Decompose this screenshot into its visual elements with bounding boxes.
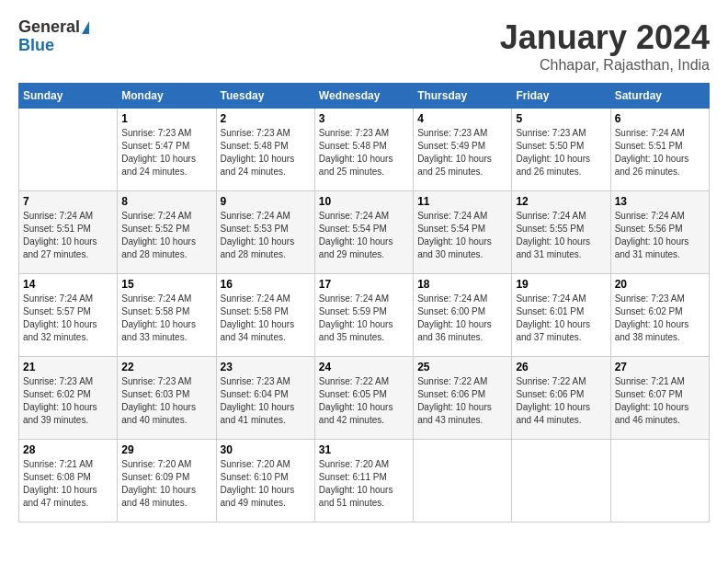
calendar-cell: 8Sunrise: 7:24 AM Sunset: 5:52 PM Daylig… bbox=[118, 191, 216, 274]
day-number: 24 bbox=[319, 361, 409, 373]
day-info: Sunrise: 7:24 AM Sunset: 5:57 PM Dayligh… bbox=[23, 293, 113, 344]
day-info: Sunrise: 7:24 AM Sunset: 5:51 PM Dayligh… bbox=[615, 127, 705, 178]
day-number: 11 bbox=[417, 195, 507, 208]
calendar-cell: 7Sunrise: 7:24 AM Sunset: 5:51 PM Daylig… bbox=[19, 191, 118, 274]
day-number: 18 bbox=[417, 278, 507, 291]
day-info: Sunrise: 7:21 AM Sunset: 6:07 PM Dayligh… bbox=[615, 375, 705, 427]
day-number: 31 bbox=[319, 443, 409, 456]
day-number: 27 bbox=[615, 361, 705, 373]
col-header-wednesday: Wednesday bbox=[314, 84, 413, 109]
day-number: 2 bbox=[221, 112, 311, 125]
calendar-cell: 3Sunrise: 7:23 AM Sunset: 5:48 PM Daylig… bbox=[314, 109, 413, 191]
calendar-cell: 1Sunrise: 7:23 AM Sunset: 5:47 PM Daylig… bbox=[118, 109, 216, 191]
calendar-cell: 18Sunrise: 7:24 AM Sunset: 6:00 PM Dayli… bbox=[414, 274, 512, 357]
calendar-cell: 5Sunrise: 7:23 AM Sunset: 5:50 PM Daylig… bbox=[512, 109, 610, 191]
day-info: Sunrise: 7:20 AM Sunset: 6:10 PM Dayligh… bbox=[221, 458, 311, 510]
calendar-cell: 15Sunrise: 7:24 AM Sunset: 5:58 PM Dayli… bbox=[118, 274, 216, 357]
day-number: 20 bbox=[615, 278, 705, 291]
day-number: 7 bbox=[23, 195, 113, 208]
day-number: 10 bbox=[319, 195, 409, 208]
calendar-cell: 9Sunrise: 7:24 AM Sunset: 5:53 PM Daylig… bbox=[216, 191, 314, 274]
location-subtitle: Chhapar, Rajasthan, India bbox=[500, 57, 710, 74]
calendar-cell: 19Sunrise: 7:24 AM Sunset: 6:01 PM Dayli… bbox=[512, 274, 610, 357]
month-title: January 2024 bbox=[500, 18, 710, 57]
day-info: Sunrise: 7:24 AM Sunset: 5:53 PM Dayligh… bbox=[221, 210, 311, 261]
day-info: Sunrise: 7:23 AM Sunset: 5:47 PM Dayligh… bbox=[121, 127, 211, 178]
day-number: 6 bbox=[615, 112, 705, 125]
day-info: Sunrise: 7:22 AM Sunset: 6:05 PM Dayligh… bbox=[319, 375, 409, 427]
calendar-cell: 28Sunrise: 7:21 AM Sunset: 6:08 PM Dayli… bbox=[19, 440, 118, 523]
logo-blue: Blue bbox=[18, 37, 89, 55]
day-info: Sunrise: 7:24 AM Sunset: 5:54 PM Dayligh… bbox=[417, 210, 507, 261]
day-info: Sunrise: 7:24 AM Sunset: 5:51 PM Dayligh… bbox=[23, 210, 113, 261]
day-info: Sunrise: 7:24 AM Sunset: 5:52 PM Dayligh… bbox=[121, 210, 211, 261]
logo-icon bbox=[82, 21, 89, 34]
day-number: 22 bbox=[121, 361, 211, 373]
day-info: Sunrise: 7:23 AM Sunset: 5:49 PM Dayligh… bbox=[417, 127, 507, 178]
day-number: 17 bbox=[319, 278, 409, 291]
day-info: Sunrise: 7:24 AM Sunset: 5:59 PM Dayligh… bbox=[319, 293, 409, 344]
title-area: January 2024 Chhapar, Rajasthan, India bbox=[500, 18, 710, 74]
calendar-cell: 23Sunrise: 7:23 AM Sunset: 6:04 PM Dayli… bbox=[216, 357, 314, 440]
calendar-cell: 2Sunrise: 7:23 AM Sunset: 5:48 PM Daylig… bbox=[216, 109, 314, 191]
day-number: 30 bbox=[221, 443, 311, 456]
calendar-cell: 30Sunrise: 7:20 AM Sunset: 6:10 PM Dayli… bbox=[216, 440, 314, 523]
day-info: Sunrise: 7:24 AM Sunset: 5:55 PM Dayligh… bbox=[516, 210, 606, 261]
calendar-cell bbox=[610, 440, 709, 523]
day-number: 5 bbox=[516, 112, 606, 125]
calendar-cell: 29Sunrise: 7:20 AM Sunset: 6:09 PM Dayli… bbox=[118, 440, 216, 523]
calendar-cell: 6Sunrise: 7:24 AM Sunset: 5:51 PM Daylig… bbox=[610, 109, 709, 191]
day-info: Sunrise: 7:20 AM Sunset: 6:09 PM Dayligh… bbox=[121, 458, 211, 510]
calendar-cell bbox=[414, 440, 512, 523]
calendar-cell: 10Sunrise: 7:24 AM Sunset: 5:54 PM Dayli… bbox=[314, 191, 413, 274]
day-info: Sunrise: 7:23 AM Sunset: 6:02 PM Dayligh… bbox=[615, 293, 705, 344]
day-info: Sunrise: 7:21 AM Sunset: 6:08 PM Dayligh… bbox=[23, 458, 113, 510]
calendar-cell: 31Sunrise: 7:20 AM Sunset: 6:11 PM Dayli… bbox=[314, 440, 413, 523]
day-number: 29 bbox=[121, 443, 211, 456]
day-info: Sunrise: 7:23 AM Sunset: 6:02 PM Dayligh… bbox=[23, 375, 113, 427]
calendar-cell: 22Sunrise: 7:23 AM Sunset: 6:03 PM Dayli… bbox=[118, 357, 216, 440]
day-number: 16 bbox=[221, 278, 311, 291]
day-number: 13 bbox=[615, 195, 705, 208]
day-info: Sunrise: 7:24 AM Sunset: 6:01 PM Dayligh… bbox=[516, 293, 606, 344]
day-number: 9 bbox=[221, 195, 311, 208]
day-number: 4 bbox=[417, 112, 507, 125]
day-number: 8 bbox=[121, 195, 211, 208]
day-number: 23 bbox=[221, 361, 311, 373]
day-info: Sunrise: 7:22 AM Sunset: 6:06 PM Dayligh… bbox=[417, 375, 507, 427]
calendar-cell bbox=[512, 440, 610, 523]
day-info: Sunrise: 7:24 AM Sunset: 5:56 PM Dayligh… bbox=[615, 210, 705, 261]
day-info: Sunrise: 7:24 AM Sunset: 5:58 PM Dayligh… bbox=[121, 293, 211, 344]
calendar-table: SundayMondayTuesdayWednesdayThursdayFrid… bbox=[18, 83, 710, 523]
day-info: Sunrise: 7:23 AM Sunset: 5:48 PM Dayligh… bbox=[221, 127, 311, 178]
day-info: Sunrise: 7:23 AM Sunset: 5:48 PM Dayligh… bbox=[319, 127, 409, 178]
calendar-cell: 21Sunrise: 7:23 AM Sunset: 6:02 PM Dayli… bbox=[19, 357, 118, 440]
calendar-cell: 25Sunrise: 7:22 AM Sunset: 6:06 PM Dayli… bbox=[414, 357, 512, 440]
day-number: 21 bbox=[23, 361, 113, 373]
calendar-cell: 11Sunrise: 7:24 AM Sunset: 5:54 PM Dayli… bbox=[414, 191, 512, 274]
calendar-cell: 16Sunrise: 7:24 AM Sunset: 5:58 PM Dayli… bbox=[216, 274, 314, 357]
day-number: 3 bbox=[319, 112, 409, 125]
calendar-cell: 27Sunrise: 7:21 AM Sunset: 6:07 PM Dayli… bbox=[610, 357, 709, 440]
col-header-monday: Monday bbox=[118, 84, 216, 109]
day-number: 1 bbox=[121, 112, 211, 125]
calendar-cell: 26Sunrise: 7:22 AM Sunset: 6:06 PM Dayli… bbox=[512, 357, 610, 440]
day-info: Sunrise: 7:24 AM Sunset: 6:00 PM Dayligh… bbox=[417, 293, 507, 344]
day-number: 19 bbox=[516, 278, 606, 291]
day-number: 28 bbox=[23, 443, 113, 456]
day-info: Sunrise: 7:24 AM Sunset: 5:58 PM Dayligh… bbox=[221, 293, 311, 344]
col-header-saturday: Saturday bbox=[610, 84, 709, 109]
day-info: Sunrise: 7:24 AM Sunset: 5:54 PM Dayligh… bbox=[319, 210, 409, 261]
day-info: Sunrise: 7:23 AM Sunset: 6:04 PM Dayligh… bbox=[221, 375, 311, 427]
page-header: General Blue January 2024 Chhapar, Rajas… bbox=[18, 18, 710, 74]
calendar-header: SundayMondayTuesdayWednesdayThursdayFrid… bbox=[19, 84, 710, 109]
calendar-cell: 17Sunrise: 7:24 AM Sunset: 5:59 PM Dayli… bbox=[314, 274, 413, 357]
calendar-cell: 14Sunrise: 7:24 AM Sunset: 5:57 PM Dayli… bbox=[19, 274, 118, 357]
day-info: Sunrise: 7:22 AM Sunset: 6:06 PM Dayligh… bbox=[516, 375, 606, 427]
col-header-thursday: Thursday bbox=[414, 84, 512, 109]
calendar-cell: 20Sunrise: 7:23 AM Sunset: 6:02 PM Dayli… bbox=[610, 274, 709, 357]
day-info: Sunrise: 7:23 AM Sunset: 6:03 PM Dayligh… bbox=[121, 375, 211, 427]
day-number: 12 bbox=[516, 195, 606, 208]
col-header-sunday: Sunday bbox=[19, 84, 118, 109]
logo-general: General bbox=[18, 17, 80, 36]
